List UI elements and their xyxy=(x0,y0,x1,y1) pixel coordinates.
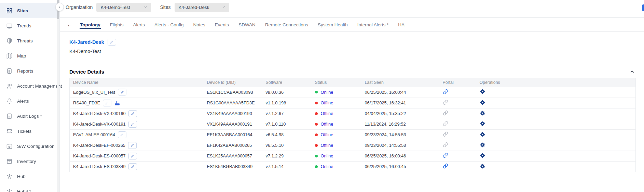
link-icon xyxy=(443,100,448,105)
status-dot-icon xyxy=(315,112,318,115)
sidebar-item-sites[interactable]: Sites xyxy=(0,3,59,18)
software-version: v7.1.2.67 xyxy=(262,108,312,119)
column-header-software: Software xyxy=(262,78,312,87)
table-row: RS400_FD3ERS1G00AAAAAA5FD3Ev1.1.0.198Off… xyxy=(70,98,636,108)
edit-site-name-button[interactable] xyxy=(108,39,116,46)
sites-select[interactable]: K4-Jared-Desk xyxy=(175,3,229,12)
portal-link-button[interactable] xyxy=(443,89,448,94)
software-version: v6.5.5.10 xyxy=(262,140,312,151)
sidebar-item-label: Reports xyxy=(17,68,33,74)
last-seen: 04/04/2025, 15:35:22 xyxy=(361,108,439,119)
sidebar-item-reports[interactable]: Reports xyxy=(0,63,59,78)
device-details-title: Device Details xyxy=(69,69,104,75)
sidebar-item-label: Sites xyxy=(17,8,28,13)
status-dot-icon xyxy=(315,144,318,147)
device-table: Device NameDevice Id (DID)SoftwareStatus… xyxy=(69,78,636,172)
back-button[interactable]: ← xyxy=(67,22,73,28)
status-badge: Offline xyxy=(321,100,333,105)
site-name-link[interactable]: K4-Jared-Desk xyxy=(69,39,104,45)
portal-link-button[interactable] xyxy=(443,153,448,158)
sidebar-collapse-button[interactable]: ‹ xyxy=(55,3,64,11)
sidebar-item-alerts[interactable]: Alerts xyxy=(0,93,59,108)
sidebar-item-audit-logs[interactable]: Audit Logs * xyxy=(0,108,59,124)
map-icon xyxy=(6,52,13,59)
last-seen: 09/23/2024, 14:55:53 xyxy=(361,140,439,151)
tab-notes[interactable]: Notes xyxy=(193,20,206,29)
device-name: K4-Jared-Desk-VX-000190 xyxy=(73,111,126,116)
edit-device-name-button[interactable] xyxy=(128,121,137,128)
sidebar-item-map[interactable]: Map xyxy=(0,48,59,63)
edit-device-name-button[interactable] xyxy=(128,163,137,170)
sidebar-item-tickets[interactable]: Tickets xyxy=(0,124,59,139)
edit-device-name-button[interactable] xyxy=(118,131,126,138)
software-version: v6.5.4.98 xyxy=(262,129,312,140)
operations-button[interactable] xyxy=(480,89,485,94)
sidebar-item-label: Threats xyxy=(17,38,33,43)
device-id: EF1K3AABBAA000164 xyxy=(204,129,262,140)
edit-device-name-button[interactable] xyxy=(128,142,137,149)
gear-icon xyxy=(480,153,485,158)
tab-flights[interactable]: Flights xyxy=(110,20,124,29)
tab-internal-alerts[interactable]: Internal Alerts * xyxy=(357,20,389,29)
sidebar-item-label: Tickets xyxy=(17,129,31,134)
edit-device-name-button[interactable] xyxy=(118,89,126,95)
operations-button[interactable] xyxy=(480,121,485,127)
sidebar-item-threats[interactable]: Threats xyxy=(0,33,59,48)
tab-alerts[interactable]: Alerts xyxy=(133,20,146,29)
sidebar-item-trends[interactable]: Trends xyxy=(0,18,59,33)
content: K4-Jared-Desk K4-Demo-Test Device Detail… xyxy=(60,32,644,172)
operations-button[interactable] xyxy=(480,153,485,158)
organization-select[interactable]: K4-Demo-Test xyxy=(96,3,151,12)
gear-icon xyxy=(480,100,485,105)
gear-icon xyxy=(480,142,485,148)
device-name: K4-Jared-Desk-VX-000191 xyxy=(73,121,126,127)
tab-alerts-config[interactable]: Alerts - Config xyxy=(154,20,184,29)
column-header-operations: Operations xyxy=(476,78,636,87)
tab-ha[interactable]: HA xyxy=(398,20,405,29)
device-name: EAV1-AM-EF-000164 xyxy=(73,132,115,137)
gear-icon xyxy=(480,163,485,169)
tab-topology[interactable]: Topology xyxy=(80,20,101,29)
gear-icon xyxy=(480,121,485,127)
operations-button[interactable] xyxy=(480,110,485,116)
software-version: v1.1.0.198 xyxy=(262,98,312,108)
portal-link-button[interactable] xyxy=(443,163,448,169)
sidebar-item-s-w-configuration[interactable]: S/W Configuration xyxy=(0,139,59,154)
edit-device-name-button[interactable] xyxy=(128,110,137,117)
sidebar-item-account-management[interactable]: Account Management xyxy=(0,78,59,93)
operations-button[interactable] xyxy=(480,131,485,137)
operations-button[interactable] xyxy=(480,142,485,148)
edit-device-name-button[interactable] xyxy=(128,153,137,159)
topbar: Organization K4-Demo-Test Sites K4-Jared… xyxy=(60,0,644,18)
status-badge: Offline xyxy=(321,121,333,127)
sidebar: SitesTrendsThreatsMapReportsAccount Mana… xyxy=(0,0,60,192)
collapse-panel-button[interactable] xyxy=(629,69,636,75)
operations-button[interactable] xyxy=(480,163,485,169)
status-badge: Offline xyxy=(321,143,333,148)
table-row: K4-Jared-Desk-ES-003849ES1K54BGBAB003849… xyxy=(70,161,636,172)
status-dot-icon xyxy=(315,102,318,104)
edit-device-name-button[interactable] xyxy=(103,100,111,106)
sidebar-item-inventory[interactable]: Inventory xyxy=(0,154,59,169)
tab-system-health[interactable]: System Health xyxy=(317,20,348,29)
device-name: K4-Jared-Desk-ES-003849 xyxy=(73,164,126,169)
link-icon xyxy=(443,110,448,116)
column-header-device-name: Device Name xyxy=(70,78,204,87)
portal-link-button xyxy=(443,131,448,137)
device-details-panel: Device Details Device NameDevice Id (DID… xyxy=(69,69,636,172)
device-id: VX1K49AAAAA000191 xyxy=(204,119,262,129)
tab-events[interactable]: Events xyxy=(215,20,229,29)
sidebar-item-hub4[interactable]: Hub4 * xyxy=(0,184,59,192)
ticket-icon xyxy=(6,128,13,135)
chevron-down-icon xyxy=(221,4,226,10)
bell-icon xyxy=(6,98,13,104)
sidebar-item-hub[interactable]: Hub xyxy=(0,169,59,184)
topbar-edge-partial-button[interactable] xyxy=(642,4,644,11)
site-organization-name: K4-Demo-Test xyxy=(69,49,636,54)
operations-button[interactable] xyxy=(480,100,485,105)
sidebar-scrollbar[interactable] xyxy=(57,0,59,192)
gear-icon xyxy=(480,131,485,137)
sidebar-item-label: Map xyxy=(17,53,26,59)
tab-remote-connections[interactable]: Remote Connections xyxy=(265,20,309,29)
tab-sdwan[interactable]: SDWAN xyxy=(238,20,256,29)
